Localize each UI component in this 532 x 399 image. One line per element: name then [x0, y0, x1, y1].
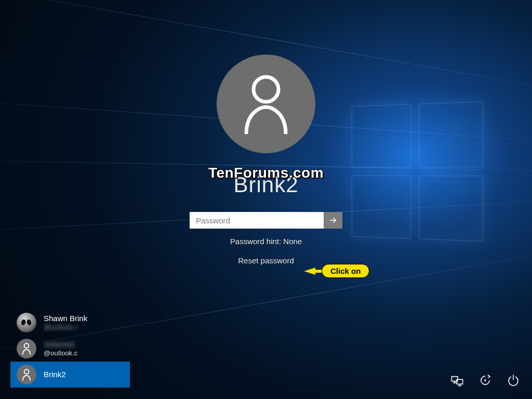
- arrow-right-icon: [328, 216, 338, 225]
- network-icon[interactable]: [450, 373, 464, 388]
- svg-point-9: [484, 379, 486, 381]
- user-switcher-item[interactable]: Brink2: [10, 362, 130, 388]
- user-name-label: Brink2: [44, 370, 66, 379]
- svg-point-1: [24, 343, 29, 348]
- user-name-label: Shawn Brink: [44, 314, 87, 323]
- avatar-person-icon: [17, 339, 36, 358]
- login-panel: TenForums.com Brink2 Password hint: None…: [157, 55, 375, 265]
- svg-point-2: [24, 369, 29, 374]
- user-switcher-item[interactable]: redacted@outlook.c: [10, 336, 130, 362]
- ease-of-access-icon[interactable]: [478, 373, 493, 388]
- password-row: [190, 212, 342, 229]
- password-input[interactable]: [190, 212, 324, 229]
- person-icon: [240, 73, 292, 135]
- user-name-label: redacted: [44, 340, 77, 349]
- user-switcher-list: Shawn Brink@outlook.credacted@outlook.cB…: [10, 310, 130, 388]
- user-avatar-large: [217, 55, 315, 153]
- user-email-label: @outlook.c: [44, 349, 77, 357]
- user-switcher-item[interactable]: Shawn Brink@outlook.c: [10, 310, 130, 336]
- watermark-text: TenForums.com: [208, 165, 324, 181]
- avatar-alien-icon: [17, 313, 36, 332]
- password-hint-label: Password hint: None: [230, 237, 302, 246]
- user-email-label: @outlook.c: [44, 323, 87, 331]
- system-icons: [450, 373, 521, 388]
- power-icon[interactable]: [506, 373, 521, 388]
- reset-password-link[interactable]: Reset password: [238, 256, 294, 265]
- callout-label: Click on: [322, 264, 369, 278]
- annotation-callout: Click on: [304, 264, 369, 278]
- submit-button[interactable]: [324, 212, 342, 229]
- callout-arrow-icon: [304, 268, 315, 275]
- avatar-person-icon: [17, 365, 36, 384]
- svg-point-0: [254, 77, 278, 102]
